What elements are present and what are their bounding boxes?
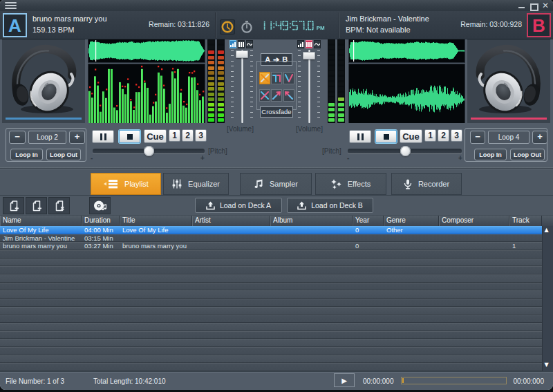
header-separator [339,12,339,38]
deck-a-waveform-overview[interactable] [88,39,205,62]
clock-icon[interactable] [220,19,235,35]
load-on-deck-b-button[interactable]: Load on Deck B [287,198,373,213]
deck-a-pitch-minus: - [91,154,93,162]
column-header-duration[interactable]: Duration [82,216,120,226]
playlist-scrollbar[interactable]: ▲ ▼ [542,226,550,371]
crossfade-pattern-fade-step[interactable] [271,72,282,84]
vu-segment [328,113,335,117]
column-header-composer[interactable]: Composer [439,216,509,226]
deck-a-loop-out-button[interactable]: Loop Out [46,149,81,160]
deck-b-hotcue-3-button[interactable]: 3 [451,129,462,142]
add-file-button[interactable] [3,198,24,214]
column-header-genre[interactable]: Genre [384,216,439,226]
vu-segment [208,71,214,75]
preview-progress-bar[interactable] [401,377,507,384]
deck-b-cue-button[interactable]: Cue [400,129,422,143]
deck-b-waveform-overview[interactable] [349,39,465,62]
deck-a-hotcue-2-button[interactable]: 2 [182,129,194,142]
tab-recorder[interactable]: Recorder [391,173,462,195]
table-row-empty [0,259,542,267]
deck-b-waveform-zoom[interactable] [349,64,465,123]
deck-a-loop-increase-button[interactable]: + [69,131,85,144]
crossfade-pattern-ramp-down[interactable] [283,89,294,102]
column-header-name[interactable]: Name [0,216,82,226]
deck-a-volume-label: [Volume] [227,125,254,133]
tab-sampler[interactable]: Sampler [240,173,312,195]
deck-b-volume-fader[interactable] [303,52,315,59]
column-header-track[interactable]: Track [509,216,542,226]
remove-file-button[interactable] [26,198,46,214]
deck-b-hotcue-2-button[interactable]: 2 [438,129,449,142]
fader-ticks [298,50,301,122]
clear-list-button[interactable] [49,198,69,214]
digital-clock [259,19,325,32]
vu-segment [218,103,224,106]
deck-b-pause-button[interactable] [349,130,371,143]
column-header-title[interactable]: Title [120,216,192,226]
table-row[interactable]: Jim Brickman - Valentine03:15 Min [0,234,542,243]
level-meter-view-button[interactable] [238,40,245,48]
waveform-view-button[interactable] [246,40,253,48]
table-row[interactable]: bruno mars marry you03:27 Minbruno mars … [0,242,542,250]
sparkles-icon [331,179,341,189]
crossfade-pattern-ramp-up[interactable] [271,89,282,102]
deck-a-cue-button[interactable]: Cue [144,129,167,143]
vu-segment [208,87,214,91]
vu-segment [208,40,214,44]
crossfade-pattern-cut-cross[interactable] [259,72,270,84]
deck-b-badge[interactable]: B [527,13,551,37]
tab-effects[interactable]: Effects [315,173,386,195]
spectrum-bars-view-button[interactable] [229,40,236,48]
cell-duration: 03:15 Min [82,234,120,243]
fade-v-icon [285,74,293,82]
deck-a-loop-in-button[interactable]: Loop In [10,149,43,160]
load-on-deck-a-button[interactable]: Load on Deck A [195,198,282,213]
deck-a-badge[interactable]: A [3,13,27,37]
deck-a-hotcue-3-button[interactable]: 3 [195,129,207,142]
deck-a-pitch-slider[interactable] [144,146,154,156]
tab-label: Effects [348,180,371,188]
disc-button[interactable] [90,198,110,214]
deck-b-loop-increase-button[interactable]: + [532,131,547,144]
spectrum-bars-icon [230,41,236,48]
crossfade-pattern-fade-x[interactable] [259,89,270,102]
deck-a-loop-decrease-button[interactable]: − [9,131,26,144]
load-button-label: Load on Deck A [220,201,271,209]
tab-equalizer[interactable]: Equalizer [163,173,229,195]
column-header-year[interactable]: Year [353,216,384,226]
deck-a-volume-fader[interactable] [236,50,248,58]
spectrum-bars-view-button[interactable] [297,40,304,48]
scroll-up-button[interactable]: ▲ [543,227,550,234]
deck-a-pause-button[interactable] [92,130,114,143]
vu-segment [218,56,224,59]
vu-segment [218,77,224,80]
pause-icon [104,133,106,140]
table-row[interactable]: Love Of My Life04:00 MinLove Of My Life0… [0,226,542,234]
deck-b-pitch-slider[interactable] [400,146,411,156]
stopwatch-icon[interactable] [239,19,254,35]
column-header-artist[interactable]: Artist [192,216,270,226]
deck-a-hotcue-1-button[interactable]: 1 [169,129,180,142]
vu-segment [328,50,335,54]
waveform-view-button[interactable] [314,40,321,48]
deck-b-loop-in-button[interactable]: Loop In [474,149,507,160]
deck-b-stop-button[interactable] [375,130,397,143]
maximize-button[interactable] [529,1,538,10]
deck-a-stop-button[interactable] [119,130,140,143]
preview-play-button[interactable]: ▶ [334,373,355,387]
deck-b-loop-out-button[interactable]: Loop Out [510,149,545,160]
crossfade-pattern-fade-v[interactable] [283,72,294,84]
deck-b-hotcue-1-button[interactable]: 1 [424,129,436,142]
close-button[interactable]: ✕ [541,1,550,10]
vu-segment [328,97,335,101]
deck-b-loop-value: Loop 4 [488,131,529,144]
scroll-down-button[interactable]: ▼ [543,362,550,368]
deck-b-loop-decrease-button[interactable]: − [470,131,485,144]
menu-icon[interactable] [5,2,17,10]
minimize-button[interactable] [518,1,526,10]
column-header-album[interactable]: Album [270,216,353,226]
table-row-empty [0,315,542,323]
level-meter-view-button[interactable] [306,40,312,48]
tab-playlist[interactable]: Playlist [91,173,161,195]
dj-mixer-app: ✕ A bruno mars marry you 159.13 BPM Rema… [0,0,553,392]
